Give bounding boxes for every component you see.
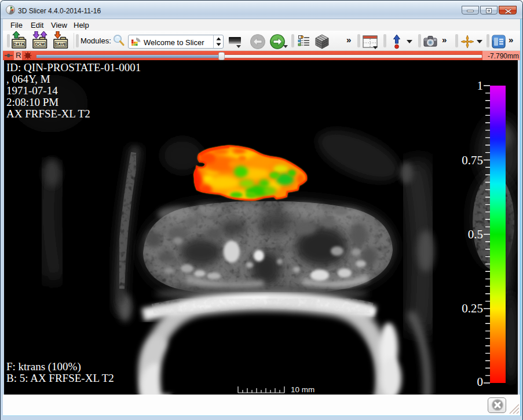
svg-text:B: 5: AX FRFSE-XL T2: B: 5: AX FRFSE-XL T2 [6, 372, 114, 384]
svg-text:DATA: DATA [13, 42, 24, 47]
svg-text:AX FRFSE-XL T2: AX FRFSE-XL T2 [6, 108, 90, 120]
svg-text:10 mm: 10 mm [291, 385, 314, 394]
svg-text:SAVE: SAVE [55, 42, 66, 47]
svg-text:1971-07-14: 1971-07-14 [6, 84, 58, 97]
svg-text:0.5: 0.5 [468, 227, 483, 241]
svg-text:0.25: 0.25 [462, 301, 483, 315]
svg-text:2:08:10 PM: 2:08:10 PM [6, 96, 58, 108]
svg-text:, 064Y, M: , 064Y, M [6, 73, 50, 85]
svg-text:1: 1 [477, 79, 484, 93]
svg-text:DCM: DCM [35, 42, 45, 47]
svg-text:ID: QIN-PROSTATE-01-0001: ID: QIN-PROSTATE-01-0001 [6, 61, 141, 73]
svg-text:0: 0 [477, 375, 484, 389]
svg-text:F: ktrans (100%): F: ktrans (100%) [6, 360, 81, 373]
svg-text:0.75: 0.75 [462, 153, 483, 167]
